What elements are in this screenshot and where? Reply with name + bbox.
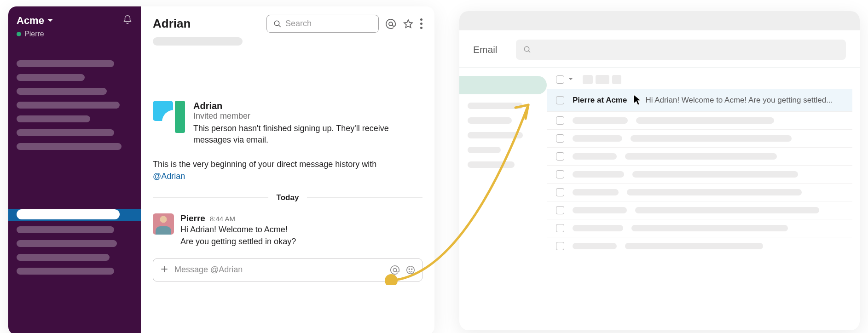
slack-window: Acme Pierre (8, 6, 434, 333)
select-all-checkbox[interactable] (556, 75, 564, 84)
sidebar-item[interactable] (17, 74, 85, 81)
select-all-dropdown[interactable] (568, 75, 573, 84)
sidebar-item[interactable] (17, 102, 120, 109)
date-divider: Today (153, 193, 422, 202)
email-row-checkbox[interactable] (556, 96, 564, 104)
search-icon (523, 46, 532, 54)
email-row-highlighted[interactable]: Pierre at Acme Hi Adrian! Welcome to Acm… (547, 89, 852, 111)
intro-description: This person hasn't finished signing up. … (193, 123, 405, 146)
workspace-name: Acme (17, 15, 44, 27)
toolbar-actions[interactable] (583, 75, 621, 84)
notifications-bell[interactable] (122, 15, 133, 27)
email-row-checkbox[interactable] (556, 152, 564, 161)
email-sidebar-item-active[interactable] (459, 76, 547, 94)
email-row[interactable] (547, 111, 852, 129)
email-titlebar (459, 11, 860, 30)
sidebar-item[interactable] (17, 60, 114, 67)
email-row-checkbox[interactable] (556, 242, 564, 250)
svg-point-0 (274, 21, 279, 26)
current-user-name: Pierre (24, 30, 44, 38)
email-row-checkbox[interactable] (556, 206, 564, 214)
bell-icon (122, 15, 133, 25)
email-window: Email (459, 11, 860, 330)
email-row[interactable] (547, 201, 852, 219)
profile-avatar-placeholder (153, 101, 185, 133)
presence-dot-icon (17, 32, 21, 36)
email-row-checkbox[interactable] (556, 170, 564, 178)
star-icon[interactable] (403, 18, 414, 29)
workspace-switcher[interactable]: Acme (17, 15, 53, 27)
more-actions-button[interactable] (420, 18, 422, 29)
svg-point-2 (389, 22, 393, 26)
email-row[interactable] (547, 237, 852, 255)
intro-name: Adrian (193, 101, 405, 111)
dm-intro: Adrian Invited member This person hasn't… (153, 101, 422, 146)
dm-begin-text: This is the very beginning of your direc… (153, 160, 376, 169)
svg-point-8 (411, 269, 412, 270)
slack-channel-header: Adrian Search (141, 6, 434, 34)
message-composer[interactable]: Message @Adrian (153, 258, 422, 281)
email-sidebar-item[interactable] (468, 161, 515, 168)
email-row-checkbox[interactable] (556, 134, 564, 143)
email-sidebar-item[interactable] (468, 117, 512, 124)
email-heading: Email (473, 44, 498, 55)
composer-attach-button[interactable] (160, 264, 169, 276)
slack-sidebar: Acme Pierre (8, 6, 141, 333)
email-row-checkbox[interactable] (556, 116, 564, 125)
sidebar-item[interactable] (17, 240, 117, 247)
email-sidebar-item[interactable] (468, 103, 523, 109)
svg-line-1 (278, 25, 281, 27)
dm-title[interactable]: Adrian (153, 17, 191, 31)
message-author[interactable]: Pierre (180, 213, 205, 224)
message: Pierre 8:44 AM Hi Adrian! Welcome to Acm… (153, 213, 422, 247)
current-user-presence[interactable]: Pierre (17, 30, 133, 38)
email-row-checkbox[interactable] (556, 188, 564, 196)
email-message-list: Pierre at Acme Hi Adrian! Welcome to Acm… (547, 68, 860, 255)
sidebar-item[interactable] (17, 226, 114, 233)
emoji-icon[interactable] (405, 265, 416, 275)
header-subtitle-placeholder (153, 37, 243, 46)
svg-point-5 (393, 268, 396, 271)
sidebar-section-2 (17, 226, 117, 281)
email-row[interactable] (547, 183, 852, 201)
mentions-icon[interactable] (385, 18, 396, 29)
email-sidebar (459, 68, 547, 255)
sidebar-item[interactable] (17, 254, 110, 261)
chevron-down-icon (47, 17, 53, 24)
sidebar-item[interactable] (17, 268, 114, 275)
intro-role: Invited member (193, 111, 405, 121)
composer-placeholder: Message @Adrian (174, 265, 384, 275)
email-row[interactable] (547, 219, 852, 237)
message-avatar[interactable] (153, 213, 174, 235)
email-sidebar-item[interactable] (468, 147, 501, 153)
sidebar-section-1 (17, 60, 133, 150)
cursor-icon (632, 94, 642, 107)
email-row-snippet: Hi Adrian! Welcome to Acme! Are you gett… (645, 96, 833, 105)
email-row-checkbox[interactable] (556, 224, 564, 232)
message-line: Are you getting settled in okay? (180, 235, 296, 247)
sidebar-item[interactable] (17, 129, 114, 136)
sidebar-item[interactable] (17, 115, 90, 122)
search-placeholder: Search (285, 19, 312, 29)
slack-main: Adrian Search (141, 6, 434, 333)
svg-point-9 (524, 46, 529, 52)
sidebar-item[interactable] (17, 88, 107, 95)
email-sidebar-item[interactable] (468, 132, 523, 138)
email-search-input[interactable] (516, 40, 846, 60)
date-divider-label: Today (268, 193, 307, 202)
plus-icon (160, 264, 169, 274)
message-line: Hi Adrian! Welcome to Acme! (180, 224, 296, 235)
search-input[interactable]: Search (266, 15, 379, 33)
message-timestamp[interactable]: 8:44 AM (210, 215, 235, 223)
svg-line-10 (528, 51, 530, 52)
svg-point-7 (409, 269, 410, 270)
email-row[interactable] (547, 147, 852, 165)
at-mention-icon[interactable] (390, 265, 400, 275)
sidebar-item-active[interactable] (17, 209, 120, 219)
email-row-sender: Pierre at Acme (573, 96, 627, 105)
user-mention[interactable]: @Adrian (153, 172, 185, 181)
email-row[interactable] (547, 165, 852, 183)
caret-down-icon (568, 76, 573, 82)
sidebar-item[interactable] (17, 143, 122, 150)
email-row[interactable] (547, 129, 852, 147)
